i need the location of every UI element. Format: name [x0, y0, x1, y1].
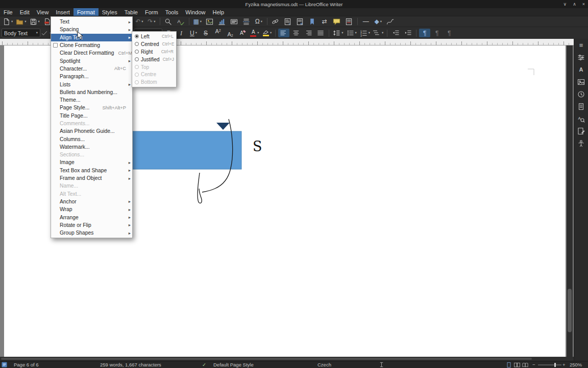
- format-menu-item[interactable]: Clone Formatting ▸: [51, 41, 132, 49]
- format-menu-item[interactable]: Image ▸: [51, 158, 132, 166]
- navigator-deck-icon[interactable]: [576, 89, 587, 99]
- save-button[interactable]: ▾: [29, 17, 41, 26]
- font-color-button[interactable]: A ▾: [249, 29, 260, 37]
- modified-indicator[interactable]: ✓: [202, 361, 206, 368]
- undo-button[interactable]: ↶ ▾: [134, 17, 145, 26]
- insert-footnote-button[interactable]: [282, 17, 293, 26]
- zoom-out-button[interactable]: −: [532, 361, 535, 368]
- maximize-button[interactable]: ∧: [573, 2, 576, 7]
- insert-hyperlink-button[interactable]: [270, 17, 281, 26]
- align-left-button[interactable]: [278, 29, 289, 37]
- zoom-level-indicator[interactable]: 250%: [570, 361, 582, 368]
- titlebar[interactable]: Fyzika magnetismus.odt — LibreOffice Wri…: [0, 0, 588, 8]
- format-menu-item[interactable]: Clear Direct Formatting Ctrl+M ▸: [51, 49, 132, 57]
- insert-page-break-button[interactable]: [241, 17, 252, 26]
- properties-deck-icon[interactable]: [576, 53, 587, 62]
- format-menu-item[interactable]: Arrange ▸: [51, 213, 132, 221]
- format-menu-item[interactable]: Character... Alt+C ▸: [51, 65, 132, 73]
- align-submenu-item[interactable]: Centred Ctrl+E: [132, 40, 176, 48]
- format-menu-item[interactable]: Watermark... ▸: [51, 143, 132, 151]
- align-submenu-item[interactable]: Top: [132, 63, 176, 71]
- format-menu-item[interactable]: Text ▸: [51, 18, 132, 26]
- special-character-button[interactable]: Ω ▾: [253, 17, 264, 26]
- update-style-button[interactable]: [41, 29, 47, 37]
- zoom-slider-thumb[interactable]: [554, 363, 556, 367]
- line-spacing-button[interactable]: ▾: [332, 29, 344, 37]
- format-menu-item[interactable]: Spotlight ▸: [51, 57, 132, 64]
- single-page-view-button[interactable]: [505, 361, 512, 368]
- bullets-button[interactable]: ▾: [346, 29, 358, 37]
- page-deck-icon[interactable]: [576, 102, 587, 111]
- insert-chart-button[interactable]: [216, 17, 228, 26]
- insert-line-button[interactable]: —: [360, 17, 372, 26]
- menubar-item[interactable]: Insert: [52, 8, 74, 16]
- insert-image-button[interactable]: [204, 17, 215, 26]
- format-menu-item[interactable]: Columns... ▸: [51, 135, 132, 143]
- increase-indent-button[interactable]: [402, 29, 413, 37]
- numbering-button[interactable]: 1 2 3 ▾: [359, 29, 371, 37]
- cross-reference-button[interactable]: ⇄: [319, 17, 330, 26]
- close-button[interactable]: ×: [582, 2, 585, 7]
- align-submenu-item[interactable]: Centre: [132, 71, 176, 78]
- word-count-indicator[interactable]: 259 words, 1,667 characters: [100, 361, 161, 368]
- clear-formatting-button[interactable]: A: [237, 29, 248, 37]
- align-submenu-item[interactable]: Bottom: [132, 78, 176, 86]
- menubar-item[interactable]: Tools: [162, 8, 182, 16]
- insert-comment-button[interactable]: [331, 17, 342, 26]
- strikethrough-button[interactable]: S: [200, 29, 211, 37]
- menubar-item[interactable]: Styles: [99, 8, 121, 16]
- book-view-button[interactable]: [522, 361, 529, 368]
- menubar-item[interactable]: Window: [182, 8, 209, 16]
- format-menu-item[interactable]: Lists ▸: [51, 80, 132, 88]
- format-menu-item[interactable]: Title Page... ▸: [51, 112, 132, 120]
- freehand-hook[interactable]: [198, 173, 202, 203]
- zoom-slider[interactable]: [538, 361, 561, 368]
- menubar-item[interactable]: View: [33, 8, 53, 16]
- spelling-button[interactable]: A: [175, 17, 186, 26]
- format-menu-item[interactable]: Wrap ▸: [51, 205, 132, 213]
- page-style-indicator[interactable]: Default Page Style: [213, 361, 254, 368]
- insert-bookmark-button[interactable]: [307, 17, 318, 26]
- format-menu-item[interactable]: Alt Text... ▸: [51, 190, 132, 198]
- blue-rectangle-shape[interactable]: [132, 131, 241, 169]
- track-changes-button[interactable]: [344, 17, 355, 26]
- vertical-scrollbar[interactable]: [567, 45, 573, 357]
- right-to-left-button[interactable]: ¶: [444, 29, 455, 37]
- menubar-item[interactable]: Form: [141, 8, 162, 16]
- accessibility-check-deck-icon[interactable]: [576, 139, 587, 148]
- italic-button[interactable]: I: [176, 29, 187, 37]
- minimize-button[interactable]: ∨: [564, 2, 567, 7]
- basic-shapes-button[interactable]: ◆ ▾: [373, 17, 384, 26]
- decrease-indent-button[interactable]: [390, 29, 401, 37]
- new-document-button[interactable]: ▾: [2, 17, 14, 26]
- format-menu-item[interactable]: Name... ▸: [51, 182, 132, 190]
- menubar-item[interactable]: File: [0, 8, 16, 16]
- align-center-button[interactable]: [290, 29, 302, 37]
- format-menu-item[interactable]: Bullets and Numbering... ▸: [51, 88, 132, 96]
- gallery-deck-icon[interactable]: [576, 77, 587, 86]
- styles-deck-icon[interactable]: A: [576, 65, 587, 74]
- zoom-in-button[interactable]: +: [562, 361, 566, 368]
- format-menu-item[interactable]: Comments... ▸: [51, 120, 132, 127]
- menubar-item[interactable]: Edit: [16, 8, 33, 16]
- find-replace-button[interactable]: [163, 17, 174, 26]
- format-menu-item[interactable]: Align Text ▸: [51, 34, 132, 41]
- format-menu-item[interactable]: Rotate or Flip ▸: [51, 221, 132, 229]
- style-inspector-deck-icon[interactable]: A: [576, 114, 587, 123]
- menubar-item[interactable]: Format: [74, 8, 99, 16]
- left-to-right-button[interactable]: ¶: [431, 29, 443, 37]
- redo-button[interactable]: ↷ ▾: [146, 17, 157, 26]
- open-button[interactable]: ▾: [15, 17, 27, 26]
- horizontal-scrollbar-thumb[interactable]: [1, 358, 532, 360]
- outline-list-button[interactable]: ▾: [372, 29, 384, 37]
- insert-text-box-button[interactable]: [229, 17, 240, 26]
- align-submenu-item[interactable]: Justified Ctrl+J: [132, 56, 176, 63]
- sidebar-settings-icon[interactable]: ≡: [576, 40, 587, 50]
- superscript-button[interactable]: A2: [212, 29, 224, 37]
- menubar-item[interactable]: Help: [209, 8, 228, 16]
- insert-endnote-button[interactable]: [295, 17, 306, 26]
- multi-page-view-button[interactable]: [513, 361, 521, 368]
- highlight-color-button[interactable]: ▾: [261, 29, 273, 37]
- subscript-button[interactable]: A2: [225, 29, 236, 37]
- align-submenu-item[interactable]: Left Ctrl+L: [132, 33, 176, 40]
